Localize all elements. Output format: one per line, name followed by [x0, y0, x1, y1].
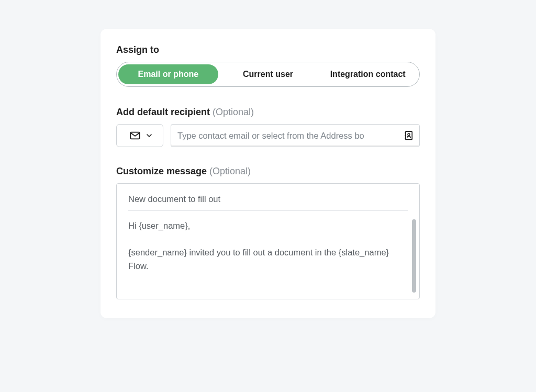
segment-integration-contact[interactable]: Integration contact	[318, 64, 418, 84]
message-editor: New document to fill out Hi {user_name},…	[116, 183, 420, 299]
address-book-icon	[404, 130, 414, 141]
message-body-wrap: Hi {user_name}, {sender_name} invited yo…	[117, 213, 419, 299]
envelope-icon	[129, 130, 141, 141]
message-body-textarea[interactable]: Hi {user_name}, {sender_name} invited yo…	[128, 213, 408, 288]
customize-section-label: Customize message (Optional)	[116, 166, 420, 177]
recipient-section-label: Add default recipient (Optional)	[116, 107, 420, 118]
recipient-type-selector[interactable]	[116, 124, 163, 147]
recipient-row	[116, 124, 420, 147]
recipient-label: Add default recipient	[116, 107, 210, 117]
assign-segmented-control: Email or phone Current user Integration …	[116, 62, 420, 87]
message-scrollbar[interactable]	[412, 219, 416, 293]
chevron-down-icon	[146, 132, 152, 139]
svg-point-2	[408, 133, 410, 136]
settings-card: Assign to Email or phone Current user In…	[100, 29, 436, 318]
recipient-input-wrap	[171, 124, 420, 147]
message-subject-input[interactable]: New document to fill out	[117, 184, 419, 210]
customize-label: Customize message	[116, 166, 207, 176]
assign-label: Assign to	[116, 44, 420, 55]
recipient-optional: (Optional)	[210, 107, 254, 117]
customize-optional: (Optional)	[207, 166, 251, 176]
address-book-button[interactable]	[398, 130, 419, 141]
segment-email-or-phone[interactable]: Email or phone	[118, 64, 218, 84]
recipient-input[interactable]	[177, 131, 398, 141]
segment-current-user[interactable]: Current user	[218, 64, 318, 84]
message-divider	[128, 210, 408, 211]
